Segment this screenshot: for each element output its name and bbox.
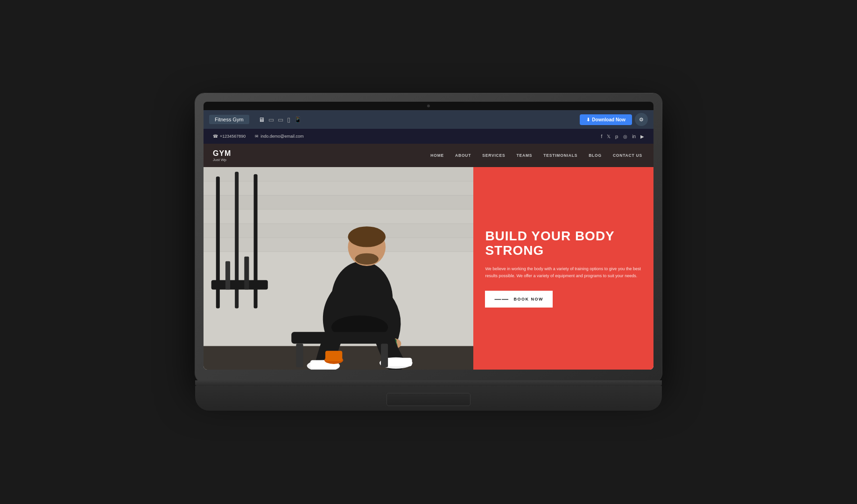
nav-contact[interactable]: CONTACT US [611,152,644,159]
email-item: ✉ indo.demo@email.com [255,134,303,139]
svg-rect-12 [244,257,249,290]
nav-about[interactable]: ABOUT [453,152,473,159]
book-btn-arrow: —— [494,295,509,303]
camera-dot [427,105,430,107]
hero-cta-panel: BUILD YOUR BODY STRONG We believe in wor… [473,167,653,370]
laptop-base: MacBook [195,380,662,411]
toolbar-bar: Fitness Gym 🖥 ▭ ▭ ▯ 📱 ⬇ Download Now [204,110,653,129]
nav-testimonials[interactable]: TESTIMONIALS [541,152,579,159]
toolbar-title: Fitness Gym [209,115,249,124]
screen-bezel: Fitness Gym 🖥 ▭ ▭ ▯ 📱 ⬇ Download Now [204,102,653,370]
pinterest-icon[interactable]: 𝕡 [615,134,618,139]
email-icon: ✉ [255,134,259,139]
youtube-icon[interactable]: ▶ [640,134,644,139]
twitter-icon[interactable]: 𝕏 [607,134,611,139]
svg-rect-27 [296,343,303,367]
svg-rect-24 [384,358,412,366]
tablet-small-icon[interactable]: ▯ [287,116,290,123]
svg-rect-4 [204,210,473,224]
desktop-icon[interactable]: 🖥 [259,116,265,123]
svg-point-17 [355,253,379,265]
social-icons: f 𝕏 𝕡 ◎ in ▶ [601,134,644,139]
laptop-lid: Fitness Gym 🖥 ▭ ▭ ▯ 📱 ⬇ Download Now [195,93,662,383]
svg-rect-10 [211,280,268,289]
mobile-icon[interactable]: 📱 [294,116,302,123]
svg-rect-3 [204,196,473,210]
svg-rect-1 [204,167,473,181]
nav-teams[interactable]: TEAMS [515,152,534,159]
device-icons: 🖥 ▭ ▭ ▯ 📱 [259,116,580,123]
download-icon: ⬇ [586,117,590,122]
download-label: Download Now [592,117,625,122]
phone-number: +1234567890 [220,134,246,139]
laptop-bottom: MacBook [195,386,662,411]
nav-blog[interactable]: BLOG [587,152,604,159]
hero-description: We believe in working the body with a va… [485,266,642,280]
svg-rect-30 [325,351,342,361]
phone-icon: ☎ [213,134,218,139]
svg-point-16 [348,226,386,247]
hero-image [204,167,473,370]
phone-item: ☎ +1234567890 [213,134,246,139]
instagram-icon[interactable]: ◎ [623,134,627,139]
contact-info: ☎ +1234567890 ✉ indo.demo@email.com [213,134,601,139]
svg-rect-5 [204,224,473,238]
laptop-hinge [195,380,662,386]
contact-bar: ☎ +1234567890 ✉ indo.demo@email.com f 𝕏 [204,129,653,144]
hero-section: BUILD YOUR BODY STRONG We believe in wor… [204,167,653,370]
book-btn-label: BOOK NOW [513,297,543,301]
screen-content: Fitness Gym 🖥 ▭ ▭ ▯ 📱 ⬇ Download Now [204,110,653,370]
nav-home[interactable]: HOME [428,152,446,159]
book-now-button[interactable]: —— BOOK NOW [485,291,553,308]
website: Fitness Gym 🖥 ▭ ▭ ▯ 📱 ⬇ Download Now [204,110,653,370]
logo-sub: Just Wp [213,158,231,162]
settings-icon[interactable]: ⚙ [635,113,648,126]
hero-title: BUILD YOUR BODY STRONG [485,229,642,258]
svg-rect-6 [204,238,473,252]
svg-rect-26 [291,332,395,343]
tablet-icon[interactable]: ▭ [278,116,283,123]
linkedin-icon[interactable]: in [632,134,636,139]
nav-links: HOME ABOUT SERVICES TEAMS TESTIMONIALS B… [428,152,644,159]
nav-services[interactable]: SERVICES [480,152,507,159]
site-logo: GYM Just Wp [213,149,231,162]
svg-rect-11 [225,261,230,290]
svg-rect-28 [381,343,388,367]
facebook-icon[interactable]: f [601,134,602,139]
svg-rect-2 [204,181,473,195]
trackpad [386,393,471,406]
monitor-icon[interactable]: ▭ [268,116,274,123]
download-button[interactable]: ⬇ Download Now [580,114,632,125]
email-address: indo.demo@email.com [260,134,303,139]
navbar: GYM Just Wp HOME ABOUT SERVICES TEAMS TE… [204,144,653,167]
laptop-scene: Fitness Gym 🖥 ▭ ▭ ▯ 📱 ⬇ Download Now [195,93,662,411]
logo-title: GYM [213,149,231,158]
